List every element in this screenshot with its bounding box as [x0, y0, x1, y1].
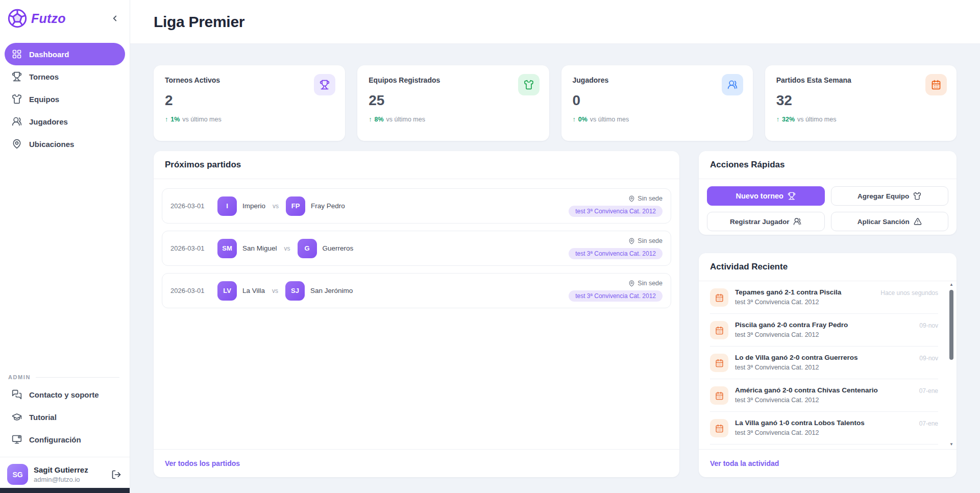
user-info: Sagit Gutierrez admin@futzo.io [34, 465, 88, 483]
stat-change: ↑ 1% vs último mes [165, 116, 334, 123]
warning-icon [914, 217, 922, 226]
sidebar-item-tutorial[interactable]: Tutorial [5, 406, 125, 428]
upcoming-matches-card: Próximos partidos 2026-03-01 I Imperio v… [154, 151, 679, 477]
activity-item-title: Tepames ganó 2-1 contra Piscila [735, 288, 841, 296]
trophy-icon [788, 192, 796, 200]
stat-change: ↑ 0% vs último mes [573, 116, 742, 123]
quick-actions-header: Acciones Rápidas [699, 151, 957, 179]
view-all-activity-link[interactable]: Ver toda la actividad [710, 459, 779, 467]
match-row[interactable]: 2026-03-01 LV La Villa vs SJ San Jerónim… [162, 273, 671, 308]
matches-card-header: Próximos partidos [154, 151, 679, 179]
page-title: Liga Premier [154, 13, 244, 31]
stat-change-suffix: vs último mes [797, 116, 836, 123]
brand-name: Futzo [31, 11, 66, 26]
chat-icon [12, 389, 22, 400]
quick-actions-card: Acciones Rápidas Nuevo torneo Agregar [699, 151, 957, 235]
quick-action-button-registrar-jugador[interactable]: Registrar Jugador [707, 212, 825, 231]
calendar-icon [710, 419, 728, 437]
calendar-icon [710, 386, 728, 405]
venue-row: Sin sede [628, 195, 663, 202]
stat-label: Jugadores [573, 76, 742, 84]
sidebar-bottom-strip [0, 488, 130, 493]
sidebar-item-equipos[interactable]: Equipos [5, 88, 125, 110]
arrow-up-icon: ↑ [369, 116, 372, 123]
avatar: SG [7, 464, 28, 485]
view-all-matches-link[interactable]: Ver todos los partidos [165, 459, 240, 467]
activity-scrollbar[interactable]: ▲ ▼ [948, 282, 955, 448]
venue-label: Sin sede [638, 195, 663, 202]
right-column: Acciones Rápidas Nuevo torneo Agregar [699, 151, 957, 477]
sidebar-item-label: Equipos [29, 95, 59, 104]
scrollbar-down-arrow-icon[interactable]: ▼ [949, 442, 953, 448]
sidebar-item-dashboard[interactable]: Dashboard [5, 43, 125, 65]
activity-item-time: 07-ene [914, 387, 938, 395]
trophy-icon [314, 74, 335, 95]
scrollbar-thumb[interactable] [949, 290, 953, 360]
page-header: Liga Premier [130, 0, 980, 44]
user-email: admin@futzo.io [34, 476, 88, 483]
match-row[interactable]: 2026-03-01 SM San Miguel vs G Guerreros … [162, 231, 671, 266]
shirt-icon [518, 74, 540, 95]
sidebar-item-torneos[interactable]: Torneos [5, 65, 125, 88]
match-row[interactable]: 2026-03-01 I Imperio vs FP Fray Pedro Si… [162, 188, 671, 224]
activity-item: La Villa ganó 1-0 contra Lobos Talentos … [710, 412, 938, 445]
stat-card-equipos-registrados: Equipos Registrados 25 ↑ 8% vs último me… [357, 65, 549, 141]
home-team-name: Imperio [242, 202, 265, 210]
stat-change-percent: 32% [782, 116, 795, 123]
vs-label: vs [273, 203, 279, 210]
activity-footer: Ver toda la actividad [699, 449, 957, 477]
sidebar-item-configuracion[interactable]: Configuración [5, 428, 125, 451]
activity-header: Actividad Reciente [699, 253, 957, 281]
sidebar-item-label: Torneos [29, 72, 59, 81]
away-team-avatar: FP [286, 196, 305, 216]
quick-action-label: Agregar Equipo [857, 192, 909, 200]
users-icon [12, 116, 22, 127]
map-pin-icon [628, 280, 635, 287]
stat-label: Torneos Activos [165, 76, 334, 84]
venue-label: Sin sede [638, 237, 663, 244]
sidebar-item-label: Configuración [29, 435, 81, 444]
calendar-icon [710, 321, 728, 339]
quick-action-label: Nuevo torneo [736, 192, 783, 200]
stat-value: 2 [165, 92, 334, 109]
sidebar-collapse-button[interactable] [110, 14, 119, 23]
activity-item-time: 09-nov [914, 355, 938, 362]
sidebar-item-contacto-y-soporte[interactable]: Contacto y soporte [5, 383, 125, 406]
quick-actions-title: Acciones Rápidas [710, 160, 785, 169]
stat-value: 32 [776, 92, 945, 109]
sidebar: Futzo Dashboard Torneos Equipos [0, 0, 130, 493]
settings-icon [12, 434, 22, 445]
sidebar-item-label: Tutorial [29, 413, 57, 422]
quick-action-button-nuevo-torneo[interactable]: Nuevo torneo [707, 186, 825, 206]
quick-action-button-agregar-equipo[interactable]: Agregar Equipo [831, 186, 949, 206]
activity-item-subtitle: test 3ª Convivencia Cat. 2012 [735, 429, 865, 436]
main-area: Liga Premier Torneos Activos 2 ↑ 1% vs ú… [130, 0, 980, 493]
activity-text: Lo de Villa ganó 2-0 contra Guerreros te… [735, 354, 858, 371]
scrollbar-up-arrow-icon[interactable]: ▲ [949, 282, 953, 288]
admin-section: ADMIN Contacto y soporte Tutorial Config… [0, 374, 130, 451]
home-team-avatar: LV [217, 281, 237, 301]
calendar-icon [710, 354, 728, 372]
users-icon [722, 74, 743, 95]
arrow-up-icon: ↑ [776, 116, 779, 123]
content: Torneos Activos 2 ↑ 1% vs último mes Equ… [130, 44, 980, 493]
away-team-avatar: G [298, 239, 317, 258]
quick-action-button-aplicar-sancion[interactable]: Aplicar Sanción [831, 212, 949, 231]
map-pin-icon [628, 238, 635, 244]
arrow-up-icon: ↑ [165, 116, 168, 123]
sidebar-item-label: Dashboard [29, 50, 69, 59]
quick-action-label: Registrar Jugador [730, 218, 789, 226]
shirt-icon [913, 192, 921, 200]
activity-item: Lo de Villa ganó 2-0 contra Guerreros te… [710, 347, 938, 379]
sidebar-item-ubicaciones[interactable]: Ubicaciones [5, 133, 125, 155]
stat-change-suffix: vs último mes [590, 116, 629, 123]
away-team-name: Guerreros [323, 244, 354, 252]
recent-activity-card: Actividad Reciente Tepames ganó 2-1 cont… [699, 253, 957, 477]
venue-row: Sin sede [628, 280, 663, 287]
trophy-icon [12, 71, 22, 82]
activity-list: Tepames ganó 2-1 contra Piscila test 3ª … [710, 281, 945, 445]
logout-icon[interactable] [111, 470, 121, 480]
matches-card-footer: Ver todos los partidos [154, 449, 679, 477]
stat-change-percent: 8% [375, 116, 384, 123]
sidebar-item-jugadores[interactable]: Jugadores [5, 110, 125, 133]
